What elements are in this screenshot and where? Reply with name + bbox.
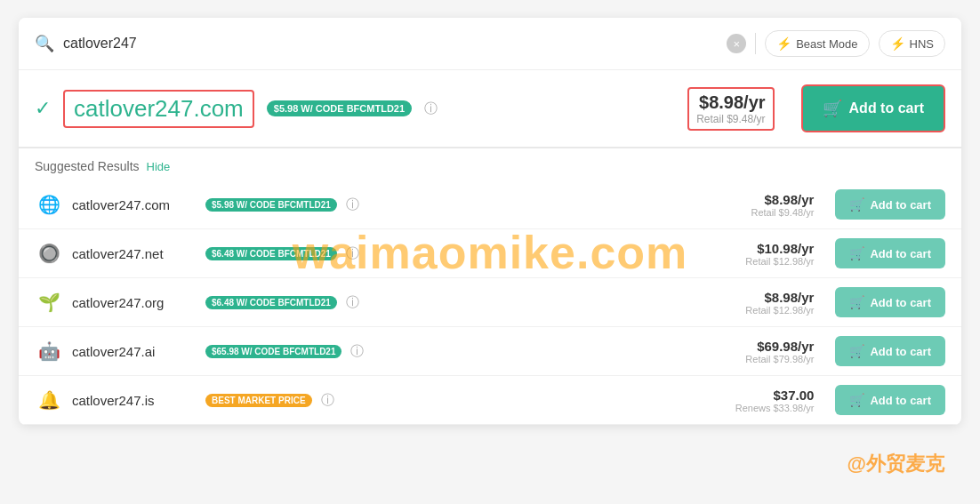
domain-row: 🔘 catlover247.net $6.48 W/ CODE BFCMTLD2… [19, 229, 961, 278]
add-to-cart-button-2[interactable]: 🛒 Add to cart [835, 287, 945, 317]
domain-row: 🤖 catlover247.ai $65.98 W/ CODE BFCMTLD2… [19, 327, 961, 376]
featured-domain-name: catlover247.com [63, 90, 254, 128]
info-icon-1[interactable]: ⓘ [346, 245, 359, 262]
add-to-cart-button-4[interactable]: 🛒 Add to cart [835, 385, 945, 415]
hide-link[interactable]: Hide [147, 160, 171, 173]
hns-icon: ⚡ [890, 36, 905, 51]
domain-row: 🌐 catlover247.com $5.98 W/ CODE BFCMTLD2… [19, 180, 961, 229]
row-retail-4: Renews $33.98/yr [735, 403, 815, 413]
clear-button[interactable]: × [727, 34, 746, 53]
row-retail-0: Retail $9.48/yr [751, 207, 814, 218]
tld-icon-2: 🌱 [35, 288, 63, 316]
suggested-header: Suggested Results Hide [19, 148, 961, 180]
search-input[interactable] [63, 36, 718, 52]
featured-retail-price: Retail $9.48/yr [696, 113, 765, 125]
featured-price-block: $8.98/yr Retail $9.48/yr [687, 87, 774, 131]
tld-icon-3: 🤖 [35, 337, 63, 365]
search-icon: 🔍 [35, 34, 54, 53]
cart-icon-0: 🛒 [849, 197, 864, 212]
cart-icon-3: 🛒 [849, 344, 864, 358]
price-block-2: $8.98/yr Retail $12.98/yr [745, 290, 814, 316]
info-icon-2[interactable]: ⓘ [346, 294, 359, 311]
featured-add-to-cart-button[interactable]: 🛒 Add to cart [801, 84, 945, 132]
info-icon-3[interactable]: ⓘ [350, 343, 364, 360]
check-icon: ✓ [35, 97, 51, 120]
promo-badge-0: $5.98 W/ CODE BFCMTLD21 [205, 198, 337, 212]
promo-badge-2: $6.48 W/ CODE BFCMTLD21 [205, 296, 337, 309]
suggested-title: Suggested Results [35, 159, 140, 173]
price-block-4: $37.00 Renews $33.98/yr [735, 388, 815, 413]
domain-name-0: catlover247.com [72, 197, 197, 212]
info-icon-4[interactable]: ⓘ [321, 392, 334, 409]
hns-button[interactable]: ⚡ HNS [879, 30, 945, 57]
row-price-1: $10.98/yr [745, 241, 814, 256]
row-price-4: $37.00 [735, 388, 815, 403]
price-block-1: $10.98/yr Retail $12.98/yr [745, 241, 814, 267]
row-price-2: $8.98/yr [745, 290, 814, 305]
row-retail-1: Retail $12.98/yr [745, 256, 814, 267]
price-block-3: $69.98/yr Retail $79.98/yr [745, 339, 814, 364]
cart-icon-1: 🛒 [849, 246, 864, 260]
domain-row: 🔔 catlover247.is BEST MARKET PRICE ⓘ $37… [19, 376, 961, 425]
row-price-0: $8.98/yr [751, 192, 814, 207]
domain-name-3: catlover247.ai [72, 344, 197, 359]
domain-name-1: catlover247.net [72, 246, 197, 261]
cart-icon: 🛒 [823, 99, 842, 118]
info-icon-0[interactable]: ⓘ [346, 196, 359, 213]
featured-price: $8.98/yr [696, 92, 765, 113]
row-retail-3: Retail $79.98/yr [745, 354, 814, 364]
promo-badge-1: $6.48 W/ CODE BFCMTLD21 [205, 247, 337, 260]
row-retail-2: Retail $12.98/yr [745, 305, 814, 316]
beast-mode-button[interactable]: ⚡ Beast Mode [765, 30, 869, 57]
featured-info-icon[interactable]: ⓘ [424, 100, 438, 117]
cart-icon-4: 🛒 [849, 393, 864, 407]
beast-icon: ⚡ [776, 36, 791, 51]
promo-badge-4: BEST MARKET PRICE [205, 394, 312, 407]
main-container: 🔍 × ⚡ Beast Mode ⚡ HNS ✓ catlover247.com… [19, 18, 961, 425]
add-to-cart-button-0[interactable]: 🛒 Add to cart [835, 189, 945, 220]
domain-name-2: catlover247.org [72, 295, 197, 310]
domain-name-4: catlover247.is [72, 393, 197, 408]
price-block-0: $8.98/yr Retail $9.48/yr [751, 192, 814, 218]
featured-domain-row: ✓ catlover247.com $5.98 W/ CODE BFCMTLD2… [19, 70, 961, 148]
add-to-cart-button-1[interactable]: 🛒 Add to cart [835, 238, 945, 268]
row-price-3: $69.98/yr [745, 339, 814, 354]
tld-icon-0: 🌐 [35, 190, 63, 219]
add-to-cart-button-3[interactable]: 🛒 Add to cart [835, 336, 945, 366]
cart-icon-2: 🛒 [849, 295, 864, 309]
tld-icon-1: 🔘 [35, 239, 63, 268]
tld-icon-4: 🔔 [35, 386, 63, 414]
domain-rows-container: 🌐 catlover247.com $5.98 W/ CODE BFCMTLD2… [19, 180, 961, 425]
promo-badge-3: $65.98 W/ CODE BFCMTLD21 [205, 345, 341, 358]
domain-row: 🌱 catlover247.org $6.48 W/ CODE BFCMTLD2… [19, 278, 961, 327]
featured-promo-badge: $5.98 W/ CODE BFCMTLD21 [267, 100, 412, 116]
search-bar: 🔍 × ⚡ Beast Mode ⚡ HNS [19, 18, 961, 70]
divider [755, 33, 756, 54]
watermark2: @外贸麦克 [847, 451, 944, 477]
